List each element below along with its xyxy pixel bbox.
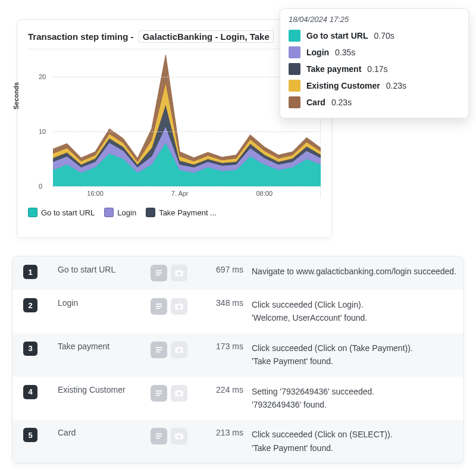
legend-item[interactable]: Take Payment ... [146, 208, 217, 217]
step-description-line: 'Welcome, UserAccount' found. [252, 311, 456, 324]
step-name: Existing Customer [58, 385, 147, 394]
tooltip-row: Take payment0.17s [289, 61, 460, 77]
chart-plot[interactable]: 01020 [35, 49, 321, 186]
step-description: Click succeeded (Click on (SELECT)).'Tak… [252, 428, 456, 455]
svg-rect-0 [156, 270, 162, 271]
legend-label: Take Payment ... [159, 208, 217, 217]
step-description-line: 'Take Payment' found. [252, 441, 456, 455]
legend-swatch [146, 208, 155, 217]
step-number-badge: 1 [23, 265, 37, 279]
tooltip-timestamp: 18/04/2024 17:25 [289, 15, 460, 24]
step-number-badge: 5 [23, 428, 37, 442]
tooltip-step-name: Go to start URL [306, 31, 368, 40]
svg-rect-11 [156, 394, 160, 396]
tooltip-row: Card0.23s [289, 94, 460, 111]
tooltip-step-value: 0.23s [331, 98, 352, 107]
chart-tooltip: 18/04/2024 17:25 Go to start URL0.70sLog… [280, 8, 469, 118]
step-description: Click succeeded (Click Login).'Welcome, … [252, 298, 456, 325]
step-description-line: Setting '7932649436' succeeded. [252, 385, 456, 398]
step-number-badge: 4 [23, 385, 37, 399]
legend-swatch [104, 208, 114, 217]
legend-item[interactable]: Login [104, 208, 136, 217]
tooltip-row: Login0.35s [289, 44, 460, 61]
svg-rect-8 [156, 351, 160, 352]
tooltip-step-name: Take payment [306, 64, 361, 74]
tooltip-step-name: Existing Customer [306, 81, 380, 90]
log-icon[interactable] [151, 385, 167, 402]
table-row: 3Take payment173 msClick succeeded (Clic… [12, 333, 464, 377]
gridline [53, 131, 321, 132]
y-tick: 10 [39, 128, 46, 135]
step-description-line: Navigate to www.galacticbanking.com/logi… [252, 265, 456, 278]
y-axis-label: Seconds [12, 82, 20, 109]
table-row: 5Card213 msClick succeeded (Click on (SE… [12, 419, 464, 463]
legend-swatch [28, 208, 37, 217]
tooltip-step-name: Card [306, 98, 325, 107]
step-number-badge: 3 [23, 342, 37, 356]
svg-rect-5 [156, 308, 160, 309]
step-duration: 697 ms [201, 265, 248, 274]
table-row: 2Login348 msClick succeeded (Click Login… [12, 290, 464, 333]
x-tick: 16:00 [87, 190, 104, 197]
tooltip-swatch [289, 63, 300, 75]
svg-rect-4 [156, 306, 162, 307]
step-description: Setting '7932649436' succeeded.'79326494… [252, 385, 456, 412]
screenshot-icon[interactable] [171, 265, 187, 281]
step-number-badge: 2 [23, 298, 37, 312]
tooltip-swatch [289, 46, 300, 58]
step-description-line: Click succeeded (Click on (SELECT)). [252, 428, 456, 441]
step-duration: 348 ms [201, 298, 248, 308]
svg-rect-3 [156, 303, 162, 305]
step-duration: 224 ms [201, 385, 248, 394]
log-icon[interactable] [151, 342, 167, 358]
step-name: Card [58, 428, 147, 437]
tooltip-swatch [289, 96, 300, 108]
step-description-line: Click succeeded (Click Login). [252, 298, 456, 311]
legend-label: Go to start URL [41, 208, 95, 217]
step-name: Login [58, 298, 147, 308]
x-tick: 08:00 [256, 190, 273, 197]
svg-rect-13 [156, 436, 162, 437]
legend-item[interactable]: Go to start URL [28, 208, 95, 217]
chart-title: Transaction step timing - GalacticBankin… [28, 30, 321, 43]
step-duration: 213 ms [201, 428, 248, 437]
tooltip-row: Existing Customer0.23s [289, 77, 460, 94]
tooltip-swatch [289, 80, 300, 92]
step-description-line: Click succeeded (Click on (Take Payment)… [252, 342, 456, 355]
tooltip-step-name: Login [306, 48, 329, 57]
svg-rect-2 [156, 275, 160, 276]
log-icon[interactable] [151, 265, 167, 281]
svg-rect-10 [156, 393, 162, 394]
screenshot-icon[interactable] [171, 298, 187, 315]
screenshot-icon[interactable] [171, 428, 187, 444]
step-description-line: 'Take Payment' found. [252, 355, 456, 368]
tooltip-row: Go to start URL0.70s [289, 27, 460, 44]
svg-rect-9 [156, 390, 162, 392]
y-tick: 0 [39, 183, 42, 190]
x-axis-ticks: 16:007. Apr08:00 [53, 186, 320, 198]
steps-table: 1Go to start URL697 msNavigate to www.ga… [12, 256, 464, 464]
svg-rect-12 [156, 434, 162, 435]
svg-rect-7 [156, 349, 162, 350]
chart-title-prefix: Transaction step timing - [28, 32, 136, 42]
svg-rect-14 [156, 438, 160, 439]
x-tick: 7. Apr [171, 190, 189, 197]
step-duration: 173 ms [201, 342, 248, 351]
chart-legend: Go to start URLLoginTake Payment ... [28, 208, 321, 217]
tooltip-step-value: 0.23s [386, 81, 406, 90]
y-tick: 20 [39, 73, 46, 80]
tooltip-step-value: 0.70s [374, 31, 394, 40]
svg-rect-1 [156, 273, 162, 274]
screenshot-icon[interactable] [171, 342, 187, 358]
step-description: Click succeeded (Click on (Take Payment)… [252, 342, 456, 368]
log-icon[interactable] [151, 298, 167, 315]
screenshot-icon[interactable] [171, 385, 187, 402]
table-row: 4Existing Customer224 msSetting '7932649… [12, 377, 464, 420]
step-description: Navigate to www.galacticbanking.com/logi… [252, 265, 456, 278]
svg-rect-6 [156, 347, 162, 348]
log-icon[interactable] [151, 428, 167, 444]
chart-title-entity: GalacticBanking - Login, Take [139, 30, 274, 43]
tooltip-step-value: 0.17s [367, 64, 387, 74]
tooltip-step-value: 0.35s [335, 48, 355, 57]
legend-label: Login [117, 208, 136, 217]
